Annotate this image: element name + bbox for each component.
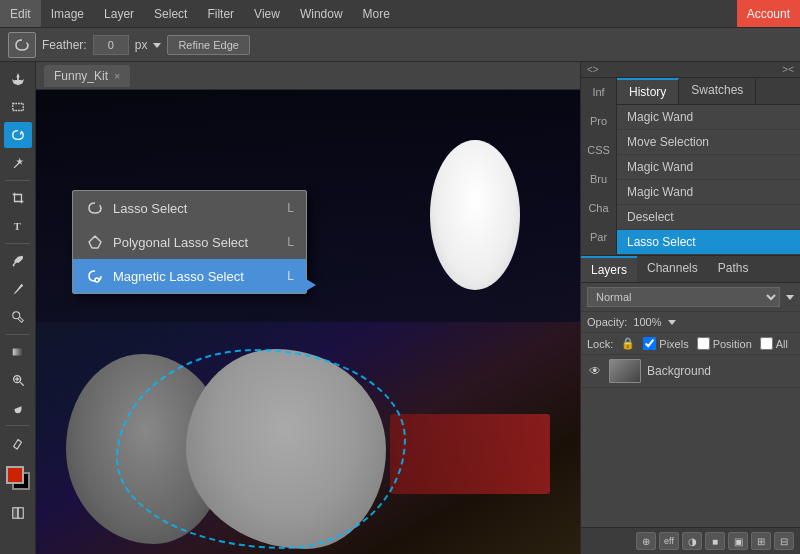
mask-mode-btn[interactable] <box>4 500 32 526</box>
tab-history[interactable]: History <box>617 78 679 104</box>
gradient-tool-btn[interactable] <box>4 339 32 365</box>
history-item-5[interactable]: Lasso Select <box>617 230 800 255</box>
options-toolbar: Feather: px Refine Edge <box>0 28 800 62</box>
polygonal-lasso-shortcut: L <box>287 235 294 249</box>
fill-btn[interactable]: ■ <box>705 532 725 550</box>
brush-tool-btn[interactable] <box>4 276 32 302</box>
side-label-bru[interactable]: Bru <box>581 165 616 194</box>
foreground-color-chip[interactable] <box>6 466 24 484</box>
red-cloth <box>390 414 550 494</box>
polygonal-lasso-label: Polygonal Lasso Select <box>113 235 248 250</box>
hand-tool-btn[interactable] <box>4 395 32 421</box>
feather-input[interactable] <box>93 35 129 55</box>
layer-item-background[interactable]: 👁 Background <box>581 355 800 388</box>
menubar-item-account[interactable]: Account <box>737 0 800 27</box>
magic-wand-tool-btn[interactable] <box>4 150 32 176</box>
menubar-item-image[interactable]: Image <box>41 0 94 27</box>
cursor-indicator <box>306 279 316 291</box>
move-tool-btn[interactable] <box>4 66 32 92</box>
all-checkbox[interactable] <box>760 337 773 350</box>
new-layer-btn[interactable]: ⊞ <box>751 532 771 550</box>
layer-group-btn[interactable]: ▣ <box>728 532 748 550</box>
lasso-label: Lasso Select <box>113 201 187 216</box>
eye-visibility-btn[interactable]: 👁 <box>587 363 603 379</box>
side-label-css[interactable]: CSS <box>581 136 616 165</box>
layer-name: Background <box>647 364 711 378</box>
layers-panel: Layers Channels Paths Normal Multiply Sc… <box>581 256 800 554</box>
tab-bar: Funny_Kit × <box>36 62 580 90</box>
canvas-content[interactable]: Lasso Select L Polygonal Lasso Select L <box>36 90 580 554</box>
position-checkbox[interactable] <box>697 337 710 350</box>
mask-btn[interactable]: ◑ <box>682 532 702 550</box>
effects-btn[interactable]: eff <box>659 532 679 550</box>
panel-collapse-left[interactable]: <> <box>587 64 599 75</box>
svg-marker-0 <box>11 73 23 85</box>
position-check-label[interactable]: Position <box>697 337 752 350</box>
history-item-3[interactable]: Magic Wand <box>617 180 800 205</box>
opacity-arrow-icon <box>668 320 676 325</box>
pixels-check-label[interactable]: Pixels <box>643 337 688 350</box>
history-item-4[interactable]: Deselect <box>617 205 800 230</box>
side-label-cha[interactable]: Cha <box>581 194 616 223</box>
svg-point-10 <box>95 278 99 282</box>
opacity-value[interactable]: 100% <box>633 316 661 328</box>
menubar: Edit Image Layer Select Filter View Wind… <box>0 0 800 28</box>
layer-thumbnail <box>609 359 641 383</box>
history-item-0[interactable]: Magic Wand <box>617 105 800 130</box>
cat-white <box>430 140 520 290</box>
magnetic-lasso-icon <box>85 266 105 286</box>
pixels-checkbox[interactable] <box>643 337 656 350</box>
canvas-tab[interactable]: Funny_Kit × <box>44 65 130 87</box>
lasso-select-icon[interactable] <box>8 32 36 58</box>
eraser-tool-btn[interactable] <box>4 430 32 456</box>
history-item-1[interactable]: Move Selection <box>617 130 800 155</box>
side-label-inf[interactable]: Inf <box>581 78 616 107</box>
menubar-item-layer[interactable]: Layer <box>94 0 144 27</box>
context-menu-item-polygonal[interactable]: Polygonal Lasso Select L <box>73 225 306 259</box>
link-layers-btn[interactable]: ⊕ <box>636 532 656 550</box>
svg-rect-7 <box>12 508 17 519</box>
tab-layers[interactable]: Layers <box>581 256 637 282</box>
tab-swatches[interactable]: Swatches <box>679 78 756 104</box>
all-check-label[interactable]: All <box>760 337 788 350</box>
svg-marker-2 <box>16 158 23 165</box>
panel-collapse-right[interactable]: >< <box>782 64 794 75</box>
position-label: Position <box>713 338 752 350</box>
marquee-tool-btn[interactable] <box>4 94 32 120</box>
text-tool-btn[interactable]: T <box>4 213 32 239</box>
side-label-pro[interactable]: Pro <box>581 107 616 136</box>
context-menu-item-lasso[interactable]: Lasso Select L <box>73 191 306 225</box>
panel-top-controls: <> >< <box>581 62 800 78</box>
tab-name: Funny_Kit <box>54 69 108 83</box>
canvas-area: Funny_Kit × <box>36 62 580 554</box>
crop-tool-btn[interactable] <box>4 185 32 211</box>
history-item-2[interactable]: Magic Wand <box>617 155 800 180</box>
clone-tool-btn[interactable] <box>4 304 32 330</box>
menubar-item-filter[interactable]: Filter <box>197 0 244 27</box>
svg-point-4 <box>12 312 19 319</box>
lasso-tool-btn[interactable] <box>4 122 32 148</box>
refine-edge-button[interactable]: Refine Edge <box>167 35 250 55</box>
lock-icon: 🔒 <box>621 337 635 350</box>
menubar-item-more[interactable]: More <box>353 0 400 27</box>
delete-layer-btn[interactable]: ⊟ <box>774 532 794 550</box>
feather-unit: px <box>135 38 148 52</box>
menubar-item-select[interactable]: Select <box>144 0 197 27</box>
context-menu-item-magnetic[interactable]: Magnetic Lasso Select L <box>73 259 306 293</box>
menubar-item-edit[interactable]: Edit <box>0 0 41 27</box>
menubar-item-view[interactable]: View <box>244 0 290 27</box>
blend-mode-select[interactable]: Normal Multiply Screen Overlay <box>587 287 780 307</box>
polygonal-lasso-icon <box>85 232 105 252</box>
feather-dropdown[interactable] <box>153 39 161 50</box>
side-label-par[interactable]: Par <box>581 223 616 252</box>
blend-mode-row: Normal Multiply Screen Overlay <box>581 283 800 312</box>
tab-channels[interactable]: Channels <box>637 256 708 282</box>
eyedropper-tool-btn[interactable] <box>4 248 32 274</box>
side-labels: Inf Pro CSS Bru Cha Par <box>581 78 617 255</box>
tab-close-btn[interactable]: × <box>114 70 120 82</box>
svg-text:T: T <box>13 221 20 232</box>
all-label: All <box>776 338 788 350</box>
zoom-tool-btn[interactable] <box>4 367 32 393</box>
menubar-item-window[interactable]: Window <box>290 0 353 27</box>
tab-paths[interactable]: Paths <box>708 256 759 282</box>
